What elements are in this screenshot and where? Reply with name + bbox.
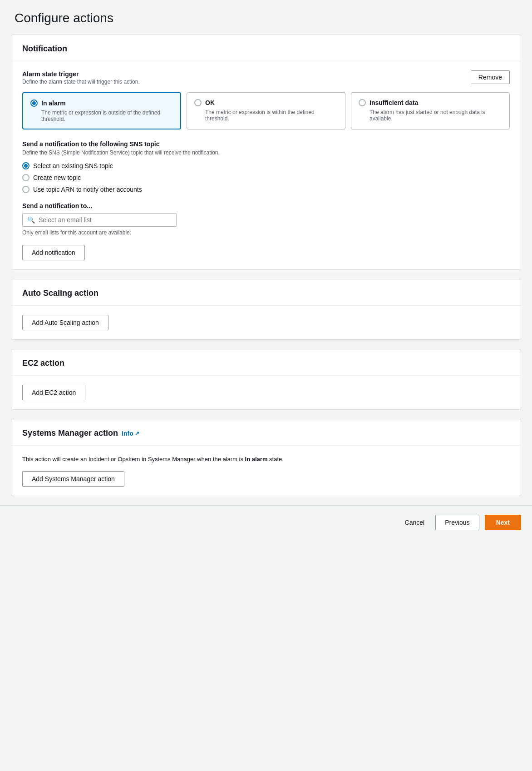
- add-ec2-button[interactable]: Add EC2 action: [22, 385, 85, 400]
- systems-manager-section-header: Systems Manager action Info ↗: [11, 419, 521, 446]
- trigger-label-in-alarm: In alarm: [41, 99, 66, 107]
- alarm-state-trigger-desc: Define the alarm state that will trigger…: [22, 79, 140, 85]
- cancel-button[interactable]: Cancel: [399, 515, 430, 530]
- next-button[interactable]: Next: [485, 515, 521, 530]
- add-auto-scaling-button[interactable]: Add Auto Scaling action: [22, 315, 108, 330]
- systems-manager-section: Systems Manager action Info ↗ This actio…: [11, 419, 521, 496]
- previous-button[interactable]: Previous: [435, 515, 479, 530]
- email-list-search-wrapper[interactable]: 🔍: [22, 213, 177, 227]
- radio-create-new[interactable]: [22, 174, 30, 181]
- send-notification-label: Send a notification to...: [22, 202, 510, 209]
- sns-option-create-new[interactable]: Create new topic: [22, 174, 510, 181]
- trigger-option-insufficient-data[interactable]: Insufficient data The alarm has just sta…: [351, 92, 510, 129]
- email-list-input[interactable]: [39, 216, 172, 224]
- add-notification-button[interactable]: Add notification: [22, 245, 85, 260]
- sns-section-title: Send a notification to the following SNS…: [22, 140, 510, 148]
- alarm-state-trigger-row: Alarm state trigger Define the alarm sta…: [22, 70, 510, 85]
- radio-in-alarm[interactable]: [30, 99, 38, 107]
- remove-button[interactable]: Remove: [471, 70, 510, 84]
- page-footer: Cancel Previous Next: [0, 505, 532, 539]
- trigger-option-ok[interactable]: OK The metric or expression is within th…: [187, 92, 345, 129]
- add-systems-manager-button[interactable]: Add Systems Manager action: [22, 471, 124, 487]
- trigger-label-ok: OK: [205, 99, 215, 106]
- notification-section: Notification Alarm state trigger Define …: [11, 35, 521, 270]
- sns-option-label-use-arn: Use topic ARN to notify other accounts: [33, 186, 142, 193]
- email-list-hint: Only email lists for this account are av…: [22, 229, 510, 236]
- trigger-options-group: In alarm The metric or expression is out…: [22, 92, 510, 129]
- trigger-desc-insufficient-data: The alarm has just started or not enough…: [359, 109, 502, 122]
- alarm-state-trigger-label: Alarm state trigger: [22, 70, 140, 78]
- trigger-option-in-alarm[interactable]: In alarm The metric or expression is out…: [22, 92, 181, 129]
- trigger-label-insufficient-data: Insufficient data: [369, 99, 418, 106]
- notification-section-header: Notification: [11, 35, 521, 61]
- radio-use-arn[interactable]: [22, 186, 30, 193]
- ec2-section: EC2 action Add EC2 action: [11, 349, 521, 410]
- sns-option-label-create-new: Create new topic: [33, 174, 81, 181]
- radio-ok[interactable]: [194, 99, 202, 106]
- search-icon: 🔍: [27, 216, 35, 224]
- page-title: Configure actions: [0, 0, 532, 35]
- sns-section-desc: Define the SNS (Simple Notification Serv…: [22, 149, 510, 156]
- sns-option-use-arn[interactable]: Use topic ARN to notify other accounts: [22, 186, 510, 193]
- radio-select-existing[interactable]: [22, 162, 30, 169]
- auto-scaling-section: Auto Scaling action Add Auto Scaling act…: [11, 279, 521, 340]
- trigger-desc-ok: The metric or expression is within the d…: [194, 109, 338, 122]
- ec2-section-header: EC2 action: [11, 349, 521, 376]
- systems-manager-info-link[interactable]: Info ↗: [122, 430, 139, 437]
- sns-option-select-existing[interactable]: Select an existing SNS topic: [22, 162, 510, 169]
- radio-insufficient-data[interactable]: [359, 99, 366, 106]
- systems-manager-desc: This action will create an Incident or O…: [22, 455, 510, 464]
- sns-option-label-select-existing: Select an existing SNS topic: [33, 162, 113, 169]
- auto-scaling-section-header: Auto Scaling action: [11, 279, 521, 306]
- external-link-icon: ↗: [135, 430, 139, 437]
- trigger-desc-in-alarm: The metric or expression is outside of t…: [30, 109, 173, 122]
- sns-options-group: Select an existing SNS topic Create new …: [22, 162, 510, 193]
